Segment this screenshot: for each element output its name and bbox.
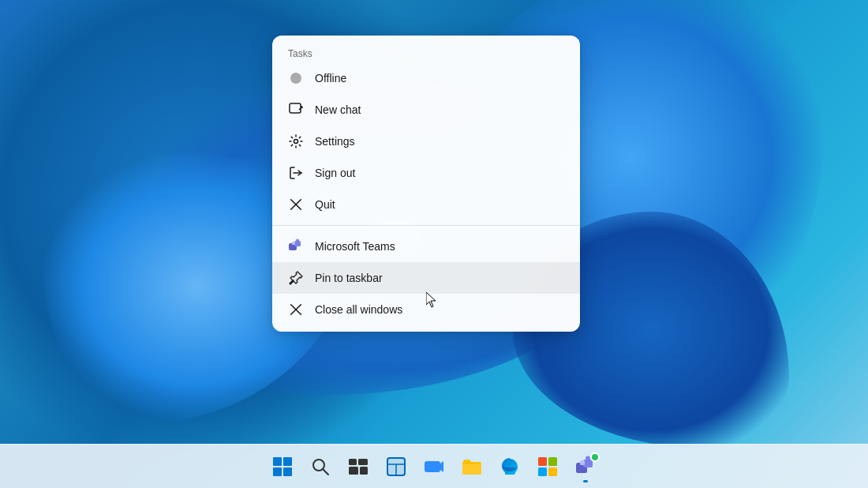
- taskbar-search-button[interactable]: [303, 449, 338, 484]
- svg-rect-31: [538, 457, 547, 466]
- pin-icon: [288, 270, 304, 286]
- menu-item-quit[interactable]: Quit: [272, 189, 580, 220]
- close-all-icon: [288, 302, 304, 317]
- svg-rect-24: [360, 467, 368, 475]
- menu-item-quit-label: Quit: [315, 198, 335, 211]
- taskbar-widgets-button[interactable]: [379, 449, 413, 484]
- taskbar-start-button[interactable]: [265, 449, 300, 484]
- menu-item-close-all-label: Close all windows: [315, 303, 402, 316]
- svg-rect-18: [283, 467, 292, 476]
- svg-marker-30: [440, 461, 443, 472]
- menu-item-teams-label: Microsoft Teams: [315, 240, 395, 253]
- teams-indicator: [583, 480, 588, 482]
- taskbar-teams-button[interactable]: [568, 449, 603, 484]
- menu-item-pin-label: Pin to taskbar: [315, 272, 383, 284]
- menu-item-offline-label: Offline: [315, 72, 346, 84]
- quit-x-icon: [288, 197, 304, 212]
- svg-rect-0: [290, 103, 301, 113]
- menu-divider: [272, 225, 580, 226]
- menu-item-sign-out[interactable]: Sign out: [272, 157, 580, 189]
- svg-rect-15: [273, 457, 282, 466]
- desktop: Tasks Offline New chat: [0, 0, 868, 488]
- svg-rect-33: [538, 467, 547, 476]
- svg-rect-32: [548, 457, 557, 466]
- menu-item-microsoft-teams[interactable]: Microsoft Teams: [272, 231, 580, 262]
- menu-item-settings[interactable]: Settings: [272, 126, 580, 157]
- offline-icon: [288, 70, 304, 86]
- svg-line-20: [323, 469, 328, 475]
- sign-out-icon: [288, 165, 304, 181]
- menu-item-pin-to-taskbar[interactable]: Pin to taskbar: [272, 262, 580, 294]
- teams-active-badge: [590, 452, 600, 462]
- menu-item-new-chat-label: New chat: [315, 103, 361, 116]
- svg-point-10: [296, 239, 299, 242]
- taskbar-zoom-button[interactable]: [417, 449, 451, 484]
- teams-menu-icon: [288, 238, 304, 254]
- svg-point-4: [294, 140, 298, 144]
- svg-rect-23: [349, 467, 358, 475]
- svg-rect-16: [283, 457, 292, 466]
- menu-section-label: Tasks: [272, 42, 580, 62]
- settings-gear-icon: [288, 133, 304, 149]
- svg-rect-29: [425, 461, 440, 472]
- svg-rect-11: [292, 242, 295, 245]
- menu-item-sign-out-label: Sign out: [315, 167, 355, 179]
- context-menu: Tasks Offline New chat: [272, 36, 580, 332]
- svg-rect-34: [548, 467, 557, 476]
- menu-item-settings-label: Settings: [315, 135, 355, 148]
- taskbar-store-button[interactable]: [530, 449, 565, 484]
- menu-item-offline[interactable]: Offline: [272, 62, 580, 94]
- taskbar-explorer-button[interactable]: [455, 449, 489, 484]
- menu-item-new-chat[interactable]: New chat: [272, 94, 580, 126]
- menu-item-close-all[interactable]: Close all windows: [272, 294, 580, 325]
- svg-rect-17: [273, 467, 282, 476]
- new-chat-icon: [288, 102, 304, 118]
- svg-rect-22: [358, 459, 368, 465]
- svg-rect-21: [349, 459, 357, 465]
- taskbar: [0, 444, 868, 488]
- svg-rect-38: [580, 460, 585, 465]
- taskbar-edge-button[interactable]: [492, 449, 527, 484]
- taskbar-task-view-button[interactable]: [341, 449, 376, 484]
